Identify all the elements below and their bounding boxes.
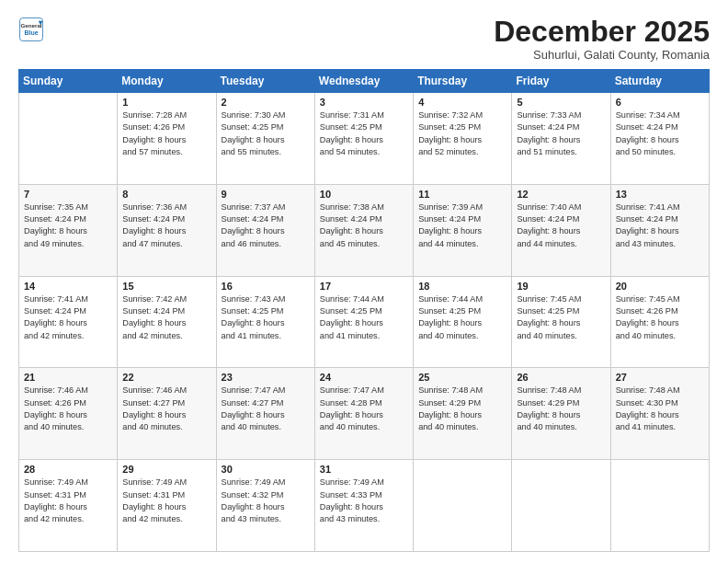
calendar-cell: 4Sunrise: 7:32 AM Sunset: 4:25 PM Daylig… xyxy=(414,93,512,185)
month-title: December 2025 xyxy=(494,17,710,46)
day-number: 3 xyxy=(320,97,408,108)
day-number: 13 xyxy=(616,189,704,200)
day-number: 5 xyxy=(517,97,605,108)
day-number: 18 xyxy=(418,281,506,292)
calendar-week-row: 14Sunrise: 7:41 AM Sunset: 4:24 PM Dayli… xyxy=(19,276,710,368)
calendar-cell: 30Sunrise: 7:49 AM Sunset: 4:32 PM Dayli… xyxy=(216,460,314,552)
day-info: Sunrise: 7:48 AM Sunset: 4:30 PM Dayligh… xyxy=(616,385,704,433)
day-info: Sunrise: 7:40 AM Sunset: 4:24 PM Dayligh… xyxy=(517,201,605,250)
calendar-cell: 1Sunrise: 7:28 AM Sunset: 4:26 PM Daylig… xyxy=(118,93,216,185)
day-number: 10 xyxy=(320,189,408,200)
day-info: Sunrise: 7:31 AM Sunset: 4:25 PM Dayligh… xyxy=(320,109,408,158)
day-info: Sunrise: 7:49 AM Sunset: 4:32 PM Dayligh… xyxy=(222,477,310,525)
calendar-cell: 3Sunrise: 7:31 AM Sunset: 4:25 PM Daylig… xyxy=(314,93,413,185)
calendar-cell: 18Sunrise: 7:44 AM Sunset: 4:25 PM Dayli… xyxy=(414,276,512,368)
day-info: Sunrise: 7:33 AM Sunset: 4:24 PM Dayligh… xyxy=(517,109,605,158)
day-info: Sunrise: 7:46 AM Sunset: 4:26 PM Dayligh… xyxy=(24,385,112,433)
svg-text:General: General xyxy=(20,22,41,29)
day-number: 9 xyxy=(222,189,310,200)
calendar: SundayMondayTuesdayWednesdayThursdayFrid… xyxy=(18,69,710,552)
calendar-cell: 22Sunrise: 7:46 AM Sunset: 4:27 PM Dayli… xyxy=(118,368,216,460)
day-info: Sunrise: 7:43 AM Sunset: 4:25 PM Dayligh… xyxy=(222,293,310,342)
calendar-cell: 2Sunrise: 7:30 AM Sunset: 4:25 PM Daylig… xyxy=(216,93,314,185)
calendar-cell: 24Sunrise: 7:47 AM Sunset: 4:28 PM Dayli… xyxy=(314,368,413,460)
day-number: 1 xyxy=(122,97,210,108)
title-block: December 2025 Suhurlui, Galati County, R… xyxy=(494,17,710,62)
page: General Blue December 2025 Suhurlui, Gal… xyxy=(0,0,728,563)
day-info: Sunrise: 7:47 AM Sunset: 4:28 PM Dayligh… xyxy=(320,385,408,433)
day-number: 11 xyxy=(418,189,506,200)
day-info: Sunrise: 7:34 AM Sunset: 4:24 PM Dayligh… xyxy=(616,109,704,158)
day-number: 16 xyxy=(222,281,310,292)
calendar-cell: 10Sunrise: 7:38 AM Sunset: 4:24 PM Dayli… xyxy=(314,184,413,276)
day-info: Sunrise: 7:44 AM Sunset: 4:25 PM Dayligh… xyxy=(320,293,408,342)
calendar-cell: 20Sunrise: 7:45 AM Sunset: 4:26 PM Dayli… xyxy=(610,276,709,368)
calendar-cell: 17Sunrise: 7:44 AM Sunset: 4:25 PM Dayli… xyxy=(314,276,413,368)
day-number: 14 xyxy=(24,281,112,292)
day-info: Sunrise: 7:48 AM Sunset: 4:29 PM Dayligh… xyxy=(418,385,506,433)
day-number: 21 xyxy=(24,372,112,383)
day-info: Sunrise: 7:39 AM Sunset: 4:24 PM Dayligh… xyxy=(418,201,506,250)
day-info: Sunrise: 7:41 AM Sunset: 4:24 PM Dayligh… xyxy=(616,201,704,250)
day-info: Sunrise: 7:41 AM Sunset: 4:24 PM Dayligh… xyxy=(24,293,112,342)
calendar-cell: 15Sunrise: 7:42 AM Sunset: 4:24 PM Dayli… xyxy=(118,276,216,368)
calendar-cell: 29Sunrise: 7:49 AM Sunset: 4:31 PM Dayli… xyxy=(118,460,216,552)
day-info: Sunrise: 7:42 AM Sunset: 4:24 PM Dayligh… xyxy=(122,293,210,342)
calendar-cell: 23Sunrise: 7:47 AM Sunset: 4:27 PM Dayli… xyxy=(216,368,314,460)
calendar-cell: 14Sunrise: 7:41 AM Sunset: 4:24 PM Dayli… xyxy=(19,276,118,368)
day-number: 4 xyxy=(418,97,506,108)
calendar-body: 1Sunrise: 7:28 AM Sunset: 4:26 PM Daylig… xyxy=(19,93,710,552)
day-number: 19 xyxy=(517,281,605,292)
calendar-cell: 27Sunrise: 7:48 AM Sunset: 4:30 PM Dayli… xyxy=(610,368,709,460)
day-number: 7 xyxy=(24,189,112,200)
day-number: 17 xyxy=(320,281,408,292)
day-number: 31 xyxy=(320,464,408,475)
day-info: Sunrise: 7:47 AM Sunset: 4:27 PM Dayligh… xyxy=(222,385,310,433)
calendar-cell xyxy=(414,460,512,552)
day-number: 22 xyxy=(122,372,210,383)
day-info: Sunrise: 7:45 AM Sunset: 4:26 PM Dayligh… xyxy=(616,293,704,342)
day-number: 6 xyxy=(616,97,704,108)
calendar-cell: 25Sunrise: 7:48 AM Sunset: 4:29 PM Dayli… xyxy=(414,368,512,460)
day-number: 2 xyxy=(222,97,310,108)
calendar-cell: 12Sunrise: 7:40 AM Sunset: 4:24 PM Dayli… xyxy=(512,184,610,276)
day-info: Sunrise: 7:49 AM Sunset: 4:33 PM Dayligh… xyxy=(320,477,408,525)
day-of-week-header: Tuesday xyxy=(216,70,314,93)
day-number: 8 xyxy=(122,189,210,200)
calendar-week-row: 21Sunrise: 7:46 AM Sunset: 4:26 PM Dayli… xyxy=(19,368,710,460)
day-info: Sunrise: 7:45 AM Sunset: 4:25 PM Dayligh… xyxy=(517,293,605,342)
calendar-week-row: 1Sunrise: 7:28 AM Sunset: 4:26 PM Daylig… xyxy=(19,93,710,185)
day-number: 20 xyxy=(616,281,704,292)
day-number: 23 xyxy=(222,372,310,383)
calendar-cell: 13Sunrise: 7:41 AM Sunset: 4:24 PM Dayli… xyxy=(610,184,709,276)
calendar-cell: 9Sunrise: 7:37 AM Sunset: 4:24 PM Daylig… xyxy=(216,184,314,276)
day-of-week-header: Thursday xyxy=(414,70,512,93)
day-of-week-header: Monday xyxy=(118,70,216,93)
day-number: 24 xyxy=(320,372,408,383)
day-of-week-header: Sunday xyxy=(19,70,118,93)
day-number: 28 xyxy=(24,464,112,475)
calendar-cell xyxy=(512,460,610,552)
logo: General Blue xyxy=(18,17,44,42)
header: General Blue December 2025 Suhurlui, Gal… xyxy=(18,17,710,62)
calendar-cell: 16Sunrise: 7:43 AM Sunset: 4:25 PM Dayli… xyxy=(216,276,314,368)
calendar-cell: 11Sunrise: 7:39 AM Sunset: 4:24 PM Dayli… xyxy=(414,184,512,276)
calendar-cell xyxy=(610,460,709,552)
day-info: Sunrise: 7:28 AM Sunset: 4:26 PM Dayligh… xyxy=(122,109,210,158)
day-of-week-header: Wednesday xyxy=(314,70,413,93)
calendar-cell: 21Sunrise: 7:46 AM Sunset: 4:26 PM Dayli… xyxy=(19,368,118,460)
day-number: 30 xyxy=(222,464,310,475)
day-number: 26 xyxy=(517,372,605,383)
day-info: Sunrise: 7:32 AM Sunset: 4:25 PM Dayligh… xyxy=(418,109,506,158)
logo-icon: General Blue xyxy=(18,17,44,42)
day-info: Sunrise: 7:49 AM Sunset: 4:31 PM Dayligh… xyxy=(24,477,112,525)
day-of-week-header: Friday xyxy=(512,70,610,93)
calendar-cell: 5Sunrise: 7:33 AM Sunset: 4:24 PM Daylig… xyxy=(512,93,610,185)
day-info: Sunrise: 7:36 AM Sunset: 4:24 PM Dayligh… xyxy=(122,201,210,250)
day-number: 12 xyxy=(517,189,605,200)
day-info: Sunrise: 7:30 AM Sunset: 4:25 PM Dayligh… xyxy=(222,109,310,158)
calendar-cell: 28Sunrise: 7:49 AM Sunset: 4:31 PM Dayli… xyxy=(19,460,118,552)
svg-text:Blue: Blue xyxy=(24,29,38,36)
calendar-cell xyxy=(19,93,118,185)
calendar-week-row: 28Sunrise: 7:49 AM Sunset: 4:31 PM Dayli… xyxy=(19,460,710,552)
